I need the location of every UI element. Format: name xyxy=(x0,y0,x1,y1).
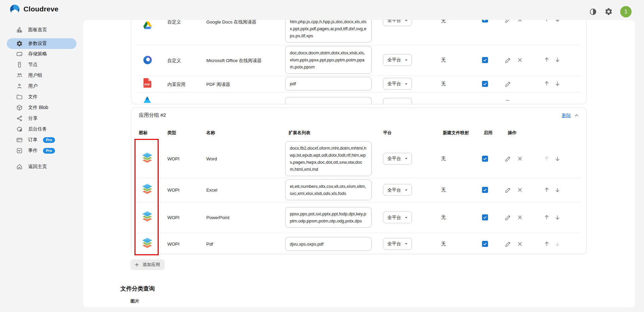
sidebar-item-file-blob[interactable]: 文件 Blob xyxy=(7,102,76,113)
table-row-powerpoint: WOPI PowerPoint ppsx,pps,pot,sxi,pptx,pp… xyxy=(131,202,586,233)
move-up-icon[interactable] xyxy=(543,187,550,193)
app-name: PDF 阅读器 xyxy=(206,82,230,88)
move-up-icon[interactable] xyxy=(543,80,550,87)
move-up-icon[interactable] xyxy=(543,241,550,247)
plus-icon xyxy=(134,262,140,268)
sidebar-item-label: 订单 xyxy=(28,137,38,143)
extensions-input[interactable]: ppsx,pps,pot,sxi,pptx,ppt,fodp,dpt,key,p… xyxy=(285,207,372,228)
sidebar-item-settings[interactable]: 参数设置 xyxy=(7,38,76,49)
delete-row-icon[interactable] xyxy=(517,214,523,221)
edit-icon[interactable] xyxy=(505,57,512,63)
sidebar-item-users[interactable]: 用户 xyxy=(7,81,76,92)
sidebar-item-label: 分享 xyxy=(28,115,38,121)
app-group-2-card: 应用分组 #2 删除 图标 类型 名称 扩展名列表 平台 新建文件映射 启用 操… xyxy=(131,107,587,254)
enabled-checkbox[interactable] xyxy=(482,156,488,162)
delete-row-icon[interactable] xyxy=(517,241,523,247)
move-up-icon[interactable] xyxy=(543,19,550,23)
wopi-layers-icon xyxy=(140,183,155,197)
enabled-checkbox[interactable] xyxy=(482,57,488,63)
settings-gear-icon[interactable] xyxy=(604,7,613,16)
delete-row-icon[interactable] xyxy=(517,155,523,162)
sidebar-item-dashboard[interactable]: 面板首页 xyxy=(7,24,76,35)
extensions-input[interactable]: doc,docx,docm,dotm,dotx,xlsx,xlsb,xls,xl… xyxy=(285,46,372,74)
caret-down-icon xyxy=(403,81,409,87)
platform-select[interactable]: 全平台 xyxy=(383,153,412,164)
sidebar-item-user-groups[interactable]: 用户组 xyxy=(7,70,76,81)
check-icon xyxy=(483,156,487,161)
edit-icon[interactable] xyxy=(505,81,512,87)
move-up-icon-disabled[interactable] xyxy=(543,155,550,162)
platform-select[interactable]: 全平台 xyxy=(383,78,412,90)
move-down-icon[interactable] xyxy=(554,155,561,162)
add-app-button[interactable]: 添加应用 xyxy=(130,259,165,270)
new-file-mapping-value: 无 xyxy=(435,241,452,247)
edit-icon[interactable] xyxy=(505,241,512,247)
app-name: Google Docs 在线阅读器 xyxy=(206,19,256,25)
move-down-icon[interactable] xyxy=(554,56,561,63)
sidebar-item-background-tasks[interactable]: 后台任务 xyxy=(7,124,76,135)
sidebar-item-events[interactable]: 事件 Pro xyxy=(7,145,76,156)
enabled-checkbox[interactable] xyxy=(482,19,488,22)
col-header-type: 类型 xyxy=(167,130,176,136)
sidebar-item-label: 用户 xyxy=(28,83,38,89)
platform-select[interactable]: 全平台 xyxy=(383,54,412,66)
theme-toggle-icon[interactable] xyxy=(589,8,597,16)
edit-icon[interactable] xyxy=(505,19,512,23)
platform-select[interactable]: 全平台 xyxy=(383,184,412,196)
share-icon xyxy=(16,115,23,122)
avatar[interactable]: 1 xyxy=(620,6,632,17)
edit-icon[interactable] xyxy=(505,187,512,193)
collapse-chevron-up-icon[interactable] xyxy=(574,112,580,118)
delete-row-icon[interactable] xyxy=(517,19,523,23)
row-divider xyxy=(137,75,581,76)
sidebar-item-shares[interactable]: 分享 xyxy=(7,113,76,124)
sidebar-item-nodes[interactable]: 节点 xyxy=(7,59,76,70)
platform-select-partial[interactable] xyxy=(383,98,412,104)
event-icon xyxy=(16,147,23,154)
dashboard-icon xyxy=(16,27,23,33)
folder-icon xyxy=(16,94,23,100)
app-type: WOPI xyxy=(167,188,179,193)
extensions-input-partial[interactable] xyxy=(285,97,372,104)
sidebar-item-orders[interactable]: 订单 Pro xyxy=(7,135,76,145)
platform-select[interactable]: 全平台 xyxy=(383,238,412,250)
move-up-icon[interactable] xyxy=(543,56,550,63)
enabled-checkbox[interactable] xyxy=(482,241,488,247)
col-header-enabled: 启用 xyxy=(484,130,492,136)
group-title: 应用分组 #2 xyxy=(139,112,166,118)
sidebar-item-back-home[interactable]: 返回主页 xyxy=(7,161,76,172)
extensions-input[interactable]: htm,php,js,cpp,h,hpp,js,doc,docx,xls,xls… xyxy=(285,19,372,43)
enabled-checkbox[interactable] xyxy=(482,81,488,87)
move-up-icon[interactable] xyxy=(543,214,550,221)
edit-icon[interactable] xyxy=(505,214,512,221)
extensions-input[interactable]: djvu,xps,oxps,pdf xyxy=(285,237,372,251)
check-icon xyxy=(483,82,487,86)
move-down-icon-disabled[interactable] xyxy=(554,241,561,247)
extensions-input[interactable]: et,ett,numbers,xltx,csv,xlt,ots,xlsm,xlt… xyxy=(285,179,372,200)
col-header-icon: 图标 xyxy=(139,130,148,136)
move-down-icon[interactable] xyxy=(554,80,561,87)
col-header-actions: 操作 xyxy=(508,130,517,136)
sidebar-item-label: 文件 Blob xyxy=(28,105,48,111)
enabled-checkbox[interactable] xyxy=(482,187,488,193)
sidebar-item-files[interactable]: 文件 xyxy=(7,92,76,102)
delete-row-icon[interactable] xyxy=(517,187,523,193)
edit-icon[interactable] xyxy=(505,155,512,162)
sidebar-item-label: 节点 xyxy=(28,62,38,68)
background-task-icon xyxy=(16,126,23,133)
edit-icon-partial xyxy=(506,100,509,101)
enabled-checkbox[interactable] xyxy=(482,214,488,220)
platform-select[interactable]: 全平台 xyxy=(383,212,412,223)
delete-group-link[interactable]: 删除 xyxy=(562,113,571,119)
extensions-input[interactable]: pdf xyxy=(285,77,372,91)
move-down-icon[interactable] xyxy=(554,214,561,221)
sidebar-item-storage-policy[interactable]: 存储策略 xyxy=(7,49,76,59)
wopi-layers-icon xyxy=(140,237,155,251)
app-name: Excel xyxy=(206,188,217,193)
node-icon xyxy=(16,61,23,68)
extensions-input[interactable]: docx,fb2,docxf,oform,mht,dotm,mhtml,hwp,… xyxy=(285,141,372,176)
move-down-icon[interactable] xyxy=(554,187,561,193)
platform-select[interactable]: 全平台 xyxy=(383,19,412,26)
move-down-icon[interactable] xyxy=(554,19,561,23)
delete-row-icon[interactable] xyxy=(517,57,523,63)
